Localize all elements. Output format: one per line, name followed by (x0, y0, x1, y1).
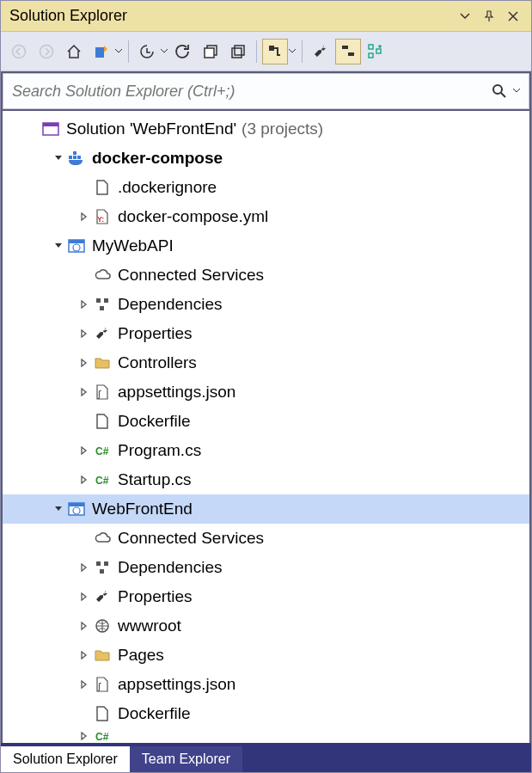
preview-button[interactable] (262, 39, 288, 64)
forward-button[interactable] (34, 39, 59, 64)
home-button[interactable] (61, 39, 87, 64)
expand-arrow[interactable] (76, 622, 92, 630)
svg-rect-24 (96, 298, 101, 303)
folder-controllers[interactable]: Controllers (3, 348, 529, 377)
file-dockerfile-wfe[interactable]: Dockerfile (3, 699, 529, 728)
search-icon[interactable] (491, 83, 508, 100)
sync-button[interactable] (89, 39, 114, 64)
chevron-right-icon (80, 212, 89, 221)
file-appsettings-wfe[interactable]: ʃ appsettings.json (3, 670, 529, 699)
project-docker-compose[interactable]: docker-compose (3, 144, 529, 173)
svg-rect-26 (100, 306, 104, 310)
svg-rect-8 (342, 46, 348, 49)
file-appsettings[interactable]: ʃ appsettings.json (3, 377, 529, 407)
expand-arrow[interactable] (76, 732, 92, 740)
file-docker-compose-yml[interactable]: Y: docker-compose.yml (3, 202, 529, 231)
node-label: wwwroot (118, 617, 181, 635)
svg-text:C#: C# (95, 731, 109, 743)
pin-button[interactable] (480, 7, 498, 26)
node-properties[interactable]: Properties (3, 319, 529, 348)
search-dropdown[interactable] (513, 88, 520, 95)
file-dockerfile[interactable]: Dockerfile (3, 407, 529, 436)
forward-icon (39, 44, 54, 59)
node-dependencies[interactable]: Dependencies (3, 290, 529, 319)
node-connected-services[interactable]: Connected Services (3, 261, 529, 290)
collapse-icon (202, 43, 219, 60)
expand-arrow[interactable] (76, 680, 92, 689)
file-label: Dockerfile (118, 704, 190, 723)
expand-arrow[interactable] (76, 300, 92, 309)
solution-root[interactable]: Solution 'WebFrontEnd' (3 projects) (3, 114, 529, 144)
new-view-button[interactable] (363, 39, 388, 64)
svg-rect-4 (205, 48, 214, 58)
svg-rect-15 (43, 123, 58, 126)
search-bar[interactable] (3, 73, 529, 109)
project-label: MyWebAPI (92, 236, 174, 255)
hierarchy-icon (266, 43, 284, 60)
svg-rect-2 (95, 47, 104, 58)
expand-arrow[interactable] (76, 563, 92, 572)
pending-dropdown[interactable] (160, 48, 168, 55)
folder-label: Pages (118, 646, 164, 665)
dropdown-button[interactable] (456, 7, 474, 26)
dependencies-icon (92, 294, 113, 315)
yaml-icon: Y: (92, 206, 113, 227)
properties-button[interactable] (308, 39, 333, 64)
chevron-down-icon (460, 11, 470, 21)
folder-pages[interactable]: Pages (3, 641, 529, 670)
chevron-down-icon (289, 48, 296, 55)
preview-dropdown[interactable] (288, 48, 297, 55)
close-icon (508, 11, 518, 21)
chevron-down-icon (513, 88, 520, 95)
expand-arrow[interactable] (76, 329, 92, 338)
solution-count: (3 projects) (242, 120, 323, 138)
node-connected-services-wfe[interactable]: Connected Services (3, 524, 529, 553)
expand-arrow[interactable] (76, 446, 92, 455)
node-dependencies-wfe[interactable]: Dependencies (3, 553, 529, 582)
chevron-right-icon (80, 359, 89, 367)
chevron-down-filled-icon (54, 505, 63, 513)
close-button[interactable] (504, 7, 523, 26)
file-program-cs[interactable]: C# Program.cs (3, 436, 529, 465)
expand-arrow[interactable] (76, 212, 92, 221)
project-webfrontend[interactable]: WebFrontEnd (3, 494, 529, 524)
pending-button[interactable] (134, 39, 160, 64)
file-startup-cs[interactable]: C# Startup.cs (3, 465, 529, 494)
file-label: Startup.cs (118, 470, 192, 489)
track-active-button[interactable] (335, 39, 361, 64)
file-label: .dockerignore (118, 178, 217, 197)
show-all-button[interactable] (225, 39, 251, 64)
svg-rect-35 (100, 569, 104, 574)
expand-arrow[interactable] (51, 505, 66, 513)
sync-dropdown[interactable] (114, 48, 123, 55)
chevron-right-icon (80, 329, 89, 338)
file-dockerignore[interactable]: .dockerignore (3, 173, 529, 202)
expand-arrow[interactable] (76, 475, 92, 484)
node-label: Dependencies (118, 558, 222, 577)
node-label: Properties (118, 324, 193, 343)
expand-arrow[interactable] (76, 359, 92, 367)
file-icon (92, 411, 113, 432)
svg-rect-17 (73, 156, 76, 159)
expand-arrow[interactable] (76, 651, 92, 660)
files-icon (229, 43, 247, 60)
node-label: Connected Services (118, 529, 264, 548)
project-mywebapi[interactable]: MyWebAPI (3, 231, 529, 261)
expand-arrow[interactable] (76, 592, 92, 601)
chevron-right-icon (80, 446, 89, 455)
search-input[interactable] (12, 83, 491, 101)
expand-arrow[interactable] (51, 154, 66, 163)
tab-solution-explorer[interactable]: Solution Explorer (1, 746, 130, 772)
refresh-button[interactable] (170, 39, 196, 64)
node-wwwroot[interactable]: wwwroot (3, 611, 529, 641)
refresh-icon (174, 43, 192, 60)
csharp-icon: C# (92, 469, 113, 490)
collapse-all-button[interactable] (198, 39, 223, 64)
tab-team-explorer[interactable]: Team Explorer (130, 746, 242, 772)
node-properties-wfe[interactable]: Properties (3, 582, 529, 611)
back-button[interactable] (6, 39, 32, 64)
file-partial-cs[interactable]: C# (3, 728, 529, 743)
expand-arrow[interactable] (76, 388, 92, 396)
solution-tree[interactable]: Solution 'WebFrontEnd' (3 projects) dock… (3, 111, 529, 743)
expand-arrow[interactable] (51, 242, 66, 250)
